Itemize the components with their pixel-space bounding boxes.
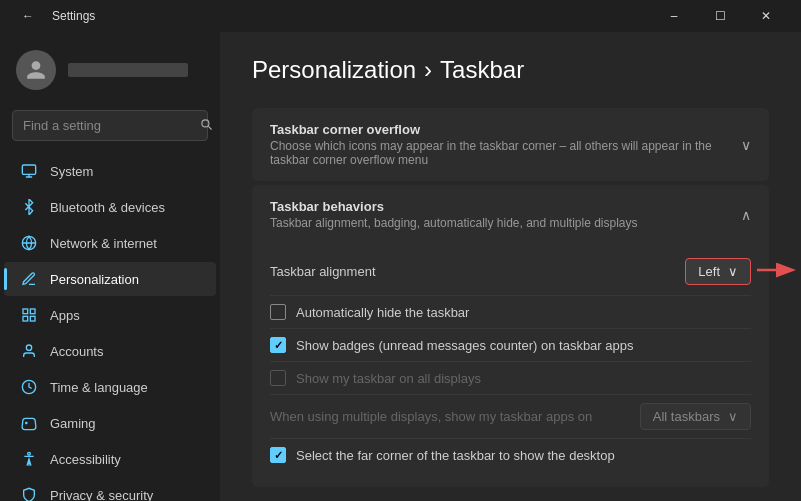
sidebar-item-label: System xyxy=(50,164,93,179)
sidebar-item-personalization[interactable]: Personalization xyxy=(4,262,216,296)
section-behaviors-header[interactable]: Taskbar behaviors Taskbar alignment, bad… xyxy=(252,185,769,244)
section-behaviors-desc: Taskbar alignment, badging, automaticall… xyxy=(270,216,638,230)
all-displays-label: Show my taskbar on all displays xyxy=(296,371,481,386)
auto-hide-row: Automatically hide the taskbar xyxy=(270,296,751,329)
accounts-icon xyxy=(20,342,38,360)
chevron-up-icon: ∧ xyxy=(741,207,751,223)
section-corner-overflow-desc: Choose which icons may appear in the tas… xyxy=(270,139,741,167)
chevron-down-icon: ∨ xyxy=(741,137,751,153)
alignment-value: Left xyxy=(698,264,720,279)
all-displays-row: Show my taskbar on all displays xyxy=(270,362,751,395)
badges-label: Show badges (unread messages counter) on… xyxy=(296,338,633,353)
sidebar-item-gaming[interactable]: Gaming xyxy=(4,406,216,440)
bluetooth-icon xyxy=(20,198,38,216)
svg-rect-3 xyxy=(30,309,35,314)
breadcrumb-separator: › xyxy=(424,56,432,84)
section-behaviors-text: Taskbar behaviors Taskbar alignment, bad… xyxy=(270,199,638,230)
sidebar-item-label: Accessibility xyxy=(50,452,121,467)
sidebar-item-accounts[interactable]: Accounts xyxy=(4,334,216,368)
sidebar-item-network[interactable]: Network & internet xyxy=(4,226,216,260)
sidebar-item-bluetooth[interactable]: Bluetooth & devices xyxy=(4,190,216,224)
sidebar-item-label: Gaming xyxy=(50,416,96,431)
badges-checkbox[interactable] xyxy=(270,337,286,353)
privacy-icon xyxy=(20,486,38,501)
chevron-down-icon: ∨ xyxy=(728,409,738,424)
personalization-icon xyxy=(20,270,38,288)
maximize-button[interactable]: ☐ xyxy=(697,0,743,32)
close-button[interactable]: ✕ xyxy=(743,0,789,32)
sidebar-item-apps[interactable]: Apps xyxy=(4,298,216,332)
section-corner-overflow-header[interactable]: Taskbar corner overflow Choose which ico… xyxy=(252,108,769,181)
sidebar-item-label: Time & language xyxy=(50,380,148,395)
red-arrow-annotation xyxy=(755,260,799,284)
sidebar-item-label: Personalization xyxy=(50,272,139,287)
far-corner-row: Select the far corner of the taskbar to … xyxy=(270,439,751,471)
svg-rect-5 xyxy=(30,316,35,321)
svg-rect-4 xyxy=(23,316,28,321)
far-corner-label: Select the far corner of the taskbar to … xyxy=(296,448,615,463)
sidebar: System Bluetooth & devices Network & int… xyxy=(0,32,220,501)
section-behaviors: Taskbar behaviors Taskbar alignment, bad… xyxy=(252,185,769,487)
profile-name-placeholder xyxy=(68,63,188,77)
search-input[interactable] xyxy=(23,118,191,133)
sidebar-item-time[interactable]: Time & language xyxy=(4,370,216,404)
window-title: Settings xyxy=(52,9,95,23)
section-corner-overflow: Taskbar corner overflow Choose which ico… xyxy=(252,108,769,181)
svg-rect-2 xyxy=(23,309,28,314)
accessibility-icon xyxy=(20,450,38,468)
sidebar-item-privacy[interactable]: Privacy & security xyxy=(4,478,216,501)
alignment-row: Taskbar alignment Left ∨ xyxy=(270,248,751,296)
svg-point-8 xyxy=(28,452,31,455)
alignment-label: Taskbar alignment xyxy=(270,264,376,279)
page-header: Personalization › Taskbar xyxy=(252,56,769,84)
app-body: System Bluetooth & devices Network & int… xyxy=(0,32,801,501)
network-icon xyxy=(20,234,38,252)
alignment-control: Left ∨ xyxy=(685,258,751,285)
section-corner-overflow-text: Taskbar corner overflow Choose which ico… xyxy=(270,122,741,167)
sidebar-item-system[interactable]: System xyxy=(4,154,216,188)
time-icon xyxy=(20,378,38,396)
section-behaviors-body: Taskbar alignment Left ∨ xyxy=(252,244,769,487)
gaming-icon xyxy=(20,414,38,432)
sidebar-item-label: Apps xyxy=(50,308,80,323)
sidebar-item-label: Accounts xyxy=(50,344,103,359)
breadcrumb-current: Taskbar xyxy=(440,56,524,84)
minimize-button[interactable]: – xyxy=(651,0,697,32)
sidebar-item-accessibility[interactable]: Accessibility xyxy=(4,442,216,476)
sidebar-item-label: Network & internet xyxy=(50,236,157,251)
apps-icon xyxy=(20,306,38,324)
system-icon xyxy=(20,162,38,180)
search-icon xyxy=(199,117,213,134)
title-bar-left: ← Settings xyxy=(12,0,95,32)
multi-display-label: When using multiple displays, show my ta… xyxy=(270,409,592,424)
window-controls: – ☐ ✕ xyxy=(651,0,789,32)
sidebar-item-label: Bluetooth & devices xyxy=(50,200,165,215)
badges-row: Show badges (unread messages counter) on… xyxy=(270,329,751,362)
multi-display-dropdown[interactable]: All taskbars ∨ xyxy=(640,403,751,430)
avatar xyxy=(16,50,56,90)
svg-point-6 xyxy=(26,345,31,350)
breadcrumb-parent: Personalization xyxy=(252,56,416,84)
back-button[interactable]: ← xyxy=(12,0,44,32)
section-corner-overflow-title: Taskbar corner overflow xyxy=(270,122,741,137)
multi-display-row: When using multiple displays, show my ta… xyxy=(270,395,751,439)
main-content: Personalization › Taskbar Taskbar corner… xyxy=(220,32,801,501)
section-behaviors-title: Taskbar behaviors xyxy=(270,199,638,214)
far-corner-checkbox[interactable] xyxy=(270,447,286,463)
search-box[interactable] xyxy=(12,110,208,141)
title-bar: ← Settings – ☐ ✕ xyxy=(0,0,801,32)
all-displays-checkbox[interactable] xyxy=(270,370,286,386)
chevron-down-icon: ∨ xyxy=(728,264,738,279)
sidebar-item-label: Privacy & security xyxy=(50,488,153,502)
svg-rect-0 xyxy=(22,165,35,174)
auto-hide-checkbox[interactable] xyxy=(270,304,286,320)
multi-display-value: All taskbars xyxy=(653,409,720,424)
sidebar-profile xyxy=(0,40,220,106)
auto-hide-label: Automatically hide the taskbar xyxy=(296,305,469,320)
alignment-dropdown[interactable]: Left ∨ xyxy=(685,258,751,285)
